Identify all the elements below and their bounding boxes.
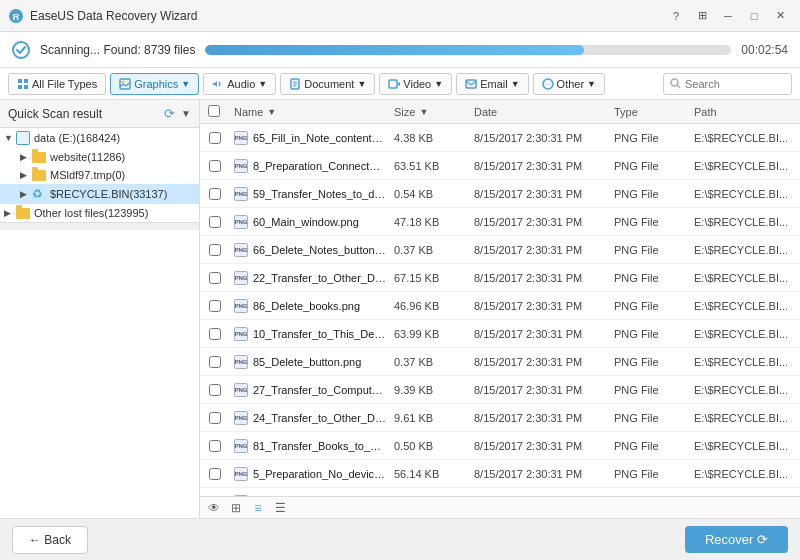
table-row[interactable]: PNG 86_Delete_books.png 46.96 KB 8/15/20…	[200, 292, 800, 320]
filter-graphics[interactable]: Graphics ▼	[110, 73, 199, 95]
row-checkbox[interactable]	[209, 216, 221, 228]
svg-text:···: ···	[545, 81, 551, 88]
search-input[interactable]	[685, 78, 785, 90]
table-row[interactable]: PNG 65_Fill_in_Note_contents.png 4.38 KB…	[200, 124, 800, 152]
filter-document[interactable]: Document ▼	[280, 73, 375, 95]
row-path: E:\$RECYCLE.BI...	[690, 328, 800, 340]
row-path: E:\$RECYCLE.BI...	[690, 216, 800, 228]
row-path: E:\$RECYCLE.BI...	[690, 160, 800, 172]
minimize-button[interactable]: ─	[716, 6, 740, 26]
table-row[interactable]: PNG 8_Preparation_Connected_devi... 63.5…	[200, 152, 800, 180]
row-checkbox[interactable]	[209, 412, 221, 424]
row-checkbox-col	[200, 160, 230, 172]
row-checkbox[interactable]	[209, 188, 221, 200]
table-row[interactable]: PNG 60_Main_window.png 47.18 KB 8/15/201…	[200, 208, 800, 236]
tree-item-data-e[interactable]: ▼ data (E:)(168424)	[0, 128, 199, 148]
folder-icon	[32, 152, 46, 163]
close-button[interactable]: ✕	[768, 6, 792, 26]
filter-email[interactable]: Email ▼	[456, 73, 528, 95]
tree-label: MSldf97.tmp(0)	[50, 169, 125, 181]
row-date: 8/15/2017 2:30:31 PM	[470, 244, 610, 256]
tree-expand-arrow[interactable]: ▶	[4, 208, 16, 218]
audio-dropdown-arrow[interactable]: ▼	[258, 79, 267, 89]
row-checkbox[interactable]	[209, 440, 221, 452]
row-checkbox[interactable]	[209, 272, 221, 284]
png-file-icon: PNG	[234, 243, 248, 257]
table-row[interactable]: PNG 59_Transfer_Notes_to_device_b... 0.5…	[200, 180, 800, 208]
table-row[interactable]: PNG 10_Transfer_to_This_Device_By... 63.…	[200, 320, 800, 348]
select-all-checkbox[interactable]	[208, 105, 220, 117]
view-controls: 👁 ⊞ ≡ ☰	[200, 496, 800, 518]
row-size: 63.51 KB	[390, 160, 470, 172]
svg-point-2	[13, 42, 29, 58]
col-header-size[interactable]: Size ▼	[390, 106, 470, 118]
email-dropdown-arrow[interactable]: ▼	[511, 79, 520, 89]
filter-other[interactable]: ··· Other ▼	[533, 73, 605, 95]
sidebar-collapse-icon[interactable]: ▼	[181, 108, 191, 119]
filter-video[interactable]: Video ▼	[379, 73, 452, 95]
bottom-bar: ← Back Recover ⟳	[0, 518, 800, 560]
table-row[interactable]: PNG 5_Preparation_No_device_conn... 56.1…	[200, 460, 800, 488]
table-row[interactable]: PNG 27_Transfer_to_Computer_Proc... 9.39…	[200, 376, 800, 404]
png-file-icon: PNG	[234, 215, 248, 229]
tree-expand-arrow[interactable]: ▶	[20, 152, 32, 162]
col-header-type[interactable]: Type	[610, 106, 690, 118]
table-row[interactable]: PNG 24_Transfer_to_Other_Device_C... 9.6…	[200, 404, 800, 432]
row-path: E:\$RECYCLE.BI...	[690, 300, 800, 312]
table-row[interactable]: PNG 66_Delete_Notes_button.png 0.37 KB 8…	[200, 236, 800, 264]
row-checkbox[interactable]	[209, 384, 221, 396]
email-icon	[465, 78, 477, 90]
sidebar-refresh-icon[interactable]: ⟳	[164, 106, 175, 121]
col-header-name[interactable]: Name ▼	[230, 106, 390, 118]
tree-expand-arrow[interactable]: ▶	[20, 170, 32, 180]
help-button[interactable]: ?	[664, 6, 688, 26]
col-header-date[interactable]: Date	[470, 106, 610, 118]
row-checkbox[interactable]	[209, 356, 221, 368]
row-type: PNG File	[610, 412, 690, 424]
row-type: PNG File	[610, 160, 690, 172]
row-checkbox[interactable]	[209, 160, 221, 172]
recover-button[interactable]: Recover ⟳	[685, 526, 788, 553]
tree-expand-arrow[interactable]: ▼	[4, 133, 16, 143]
tree-item-website[interactable]: ▶ website(11286)	[0, 148, 199, 166]
maximize-button[interactable]: □	[742, 6, 766, 26]
feedback-button[interactable]: ⊞	[690, 6, 714, 26]
tree-item-recycle[interactable]: ▶ ♻ $RECYCLE.BIN(33137)	[0, 184, 199, 204]
col-header-path[interactable]: Path	[690, 106, 800, 118]
tree-expand-arrow[interactable]: ▶	[20, 189, 32, 199]
row-checkbox[interactable]	[209, 468, 221, 480]
row-checkbox[interactable]	[209, 132, 221, 144]
other-dropdown-arrow[interactable]: ▼	[587, 79, 596, 89]
row-checkbox[interactable]	[209, 300, 221, 312]
row-date: 8/15/2017 2:30:31 PM	[470, 300, 610, 312]
filter-all-filetypes[interactable]: All File Types	[8, 73, 106, 95]
filter-audio[interactable]: Audio ▼	[203, 73, 276, 95]
graphics-dropdown-arrow[interactable]: ▼	[181, 79, 190, 89]
table-row[interactable]: PNG 81_Transfer_Books_to_device_b... 0.5…	[200, 432, 800, 460]
tree-item-other[interactable]: ▶ Other lost files(123995)	[0, 204, 199, 222]
back-button[interactable]: ← Back	[12, 526, 88, 554]
thumbnail-view-button[interactable]: ⊞	[226, 499, 246, 517]
title-bar: R EaseUS Data Recovery Wizard ? ⊞ ─ □ ✕	[0, 0, 800, 32]
tree-item-msldf[interactable]: ▶ MSldf97.tmp(0)	[0, 166, 199, 184]
row-checkbox-col	[200, 188, 230, 200]
row-checkbox-col	[200, 272, 230, 284]
table-row[interactable]: PNG 44_Transfer_Contacts_to_comp... 0.40…	[200, 488, 800, 496]
detail-view-button[interactable]: ☰	[270, 499, 290, 517]
table-row[interactable]: PNG 22_Transfer_to_Other_Device_S... 67.…	[200, 264, 800, 292]
svg-text:R: R	[13, 12, 20, 22]
preview-button[interactable]: 👁	[204, 499, 224, 517]
row-checkbox[interactable]	[209, 244, 221, 256]
table-row[interactable]: PNG 85_Delete_button.png 0.37 KB 8/15/20…	[200, 348, 800, 376]
file-name: 86_Delete_books.png	[253, 300, 360, 312]
hdd-icon	[16, 131, 30, 145]
video-dropdown-arrow[interactable]: ▼	[434, 79, 443, 89]
sort-arrow-size: ▼	[419, 107, 428, 117]
tree-label: website(11286)	[50, 151, 125, 163]
list-view-button[interactable]: ≡	[248, 499, 268, 517]
row-checkbox[interactable]	[209, 328, 221, 340]
document-dropdown-arrow[interactable]: ▼	[357, 79, 366, 89]
row-size: 9.61 KB	[390, 412, 470, 424]
png-file-icon: PNG	[234, 355, 248, 369]
row-name-col: PNG 65_Fill_in_Note_contents.png	[230, 131, 390, 145]
